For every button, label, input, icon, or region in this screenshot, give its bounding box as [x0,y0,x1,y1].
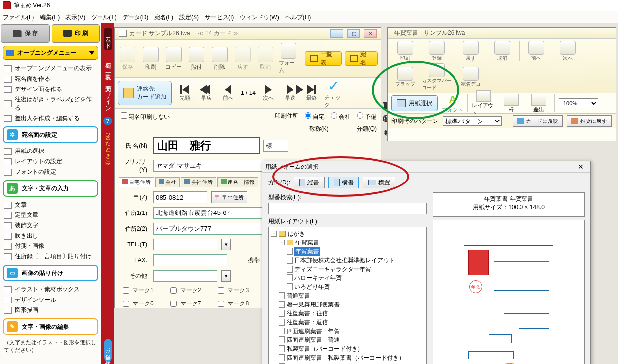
image-paste-button[interactable]: ▭画像の貼り付け [3,265,98,281]
maximize-button[interactable]: ▢ [347,29,360,38]
list-item[interactable]: 付箋・画像 [3,241,98,251]
list-item[interactable]: 定型文章 [3,210,98,220]
other-dropdown[interactable]: ▾ [221,270,231,282]
tb-copy[interactable]: コピー [163,47,184,71]
dt-redo[interactable]: 取消 [488,41,517,61]
addr-office[interactable]: 会社 [328,111,351,121]
tree-item[interactable]: 私製葉書（バーコード付き） [271,344,424,353]
menu-data[interactable]: データ(D) [123,13,149,22]
addr-home[interactable]: 自宅 [302,111,325,121]
mark-check[interactable]: マーク2 [168,286,201,295]
sender-button[interactable]: 差出 [527,94,551,113]
tree-item[interactable]: 四面連刷葉書：私製葉書（バーコード付き） [271,353,424,362]
menu-service[interactable]: サービス(I) [205,13,234,22]
info-label[interactable]: お得な情報 [104,339,112,362]
dt-deco[interactable]: 宛名デコ [456,67,486,88]
mark-check[interactable]: マーク7 [168,299,201,308]
nav-next[interactable]: 次へ [260,85,277,102]
no-print-check[interactable]: 宛名印刷しない [119,111,170,121]
ribbon-design[interactable]: 文面デザイン [104,77,112,113]
nav-rewind[interactable]: 早戻 [197,85,215,102]
opening-item[interactable]: オープニングメニューの表示 [3,63,98,74]
tree-item[interactable]: 暑中見舞用郵便葉書 [271,300,424,309]
menu-atena[interactable]: 宛名(L) [154,13,173,22]
mark-check[interactable]: マーク6 [121,299,154,308]
paper-select-button[interactable]: 用紙選択 [391,95,438,111]
text-input-button[interactable]: あ文字・文章の入力 [3,180,98,197]
zip-convert-button[interactable]: 〒〒⇔住所 [211,191,247,203]
addr1-input[interactable] [153,207,266,219]
mark-check[interactable]: マーク3 [216,286,249,295]
zoom-select[interactable]: 100% [559,98,598,108]
list-item[interactable]: イラスト・素材ボックス [3,284,98,295]
opening-item[interactable]: 往復はがき・ラベルなどを作る [3,94,98,113]
view-atena-button[interactable]: 宛 名 [345,51,378,66]
tree-item[interactable]: 四面連刷葉書：普通 [271,335,424,344]
dt-prev[interactable]: 前へ [521,41,551,61]
dt-next[interactable]: 次へ [553,41,583,61]
tips-label[interactable]: 困ったときは [104,127,112,165]
list-item[interactable]: 住所録〔一言項目〕貼り付け [3,251,98,262]
orient-horizontal[interactable]: 横書 [328,177,359,188]
list-item[interactable]: 装飾文字 [3,220,98,231]
list-item[interactable]: 図形描画 [3,305,98,315]
nav-last[interactable]: 最終 [303,85,321,102]
other-input[interactable] [153,270,217,282]
tel-input[interactable] [153,239,217,250]
tree-item[interactable]: 普通葉書 [271,291,424,300]
tree-item[interactable]: 四面連刷葉書：年賀 [271,327,424,335]
dt-barcode[interactable]: カスタマバーコード [422,63,452,91]
opening-item[interactable]: 宛名面を作る [3,74,98,84]
close-button[interactable]: ✕ [364,29,377,38]
list-item[interactable]: 文章 [3,200,98,210]
orient-landscape[interactable]: 横置 [363,177,395,188]
tree-item[interactable]: 日本郵便株式会社推奨準拠レイアウト [271,256,424,265]
opening-item[interactable]: 差出人を作成・編集する [3,113,98,123]
zip-input[interactable] [153,191,207,203]
ribbon-atena[interactable]: 宛名 [104,54,112,61]
collapse-icon[interactable]: − [271,231,277,237]
dt-print[interactable]: 印刷 [390,41,420,61]
name-input[interactable] [153,137,260,154]
layout-tree[interactable]: −はがき −年賀葉書 年賀葉書 日本郵便株式会社推奨準拠レイアウト ディズニーキ… [268,227,427,364]
collapse-icon[interactable]: − [279,240,285,245]
tb-redo[interactable]: 取消 [256,47,276,71]
nav-check[interactable]: ✓チェック [325,78,342,109]
minimize-button[interactable]: — [330,29,343,38]
tree-item[interactable]: ディズニーキャラクター年賀 [271,265,424,273]
menu-view[interactable]: 表示(V) [65,13,85,22]
dt-register[interactable]: 登録 [422,41,452,61]
ribbon-list[interactable]: 一覧表 [104,65,112,73]
menu-tool[interactable]: ツール(T) [91,13,116,22]
tree-item[interactable]: いろどり年賀 [271,282,424,291]
tb-undo[interactable]: 戻す [232,47,253,71]
tb-save[interactable]: 保存 [118,47,138,71]
dt-flap[interactable]: フラップ [390,67,420,88]
mark-check[interactable]: マーク1 [121,286,154,295]
reflect-button[interactable]: カードに反映 [513,115,563,127]
nav-prev[interactable]: 前へ [219,85,237,102]
ribbon-card[interactable]: カード [104,28,112,50]
honorific-input[interactable] [263,140,288,152]
menu-edit[interactable]: 編集(E) [40,13,60,22]
list-item[interactable]: レイアウトの設定 [3,156,98,167]
menu-window[interactable]: ウィンドウ(W) [240,13,279,22]
tree-item[interactable]: 年賀葉書 [271,247,424,256]
nav-forward[interactable]: 早送 [281,85,299,102]
tree-item[interactable]: エコー葉書 [271,362,424,364]
view-list-button[interactable]: 一覧表 [305,51,342,66]
menu-file[interactable]: ファイル(F) [3,13,34,22]
opening-menu-button[interactable]: オープニングメニュー [3,46,98,60]
tree-item[interactable]: 往復葉書：往信 [271,309,424,318]
nav-first[interactable]: 先頭 [176,85,194,102]
tab-company[interactable]: 会社 [155,177,180,187]
list-item[interactable]: フォントの設定 [3,167,98,177]
addr-spare[interactable]: 予備 [355,111,377,121]
addr2-input[interactable] [153,223,266,235]
opening-item[interactable]: デザイン面を作る [3,84,98,94]
edit-button[interactable]: ✎文字・画像の編集 [3,318,98,335]
tb-form[interactable]: フォーム [279,43,299,74]
tb-print[interactable]: 印刷 [141,47,161,71]
tree-item[interactable]: ハローキティ年賀 [271,273,424,282]
mark-check[interactable]: マーク8 [216,299,249,308]
